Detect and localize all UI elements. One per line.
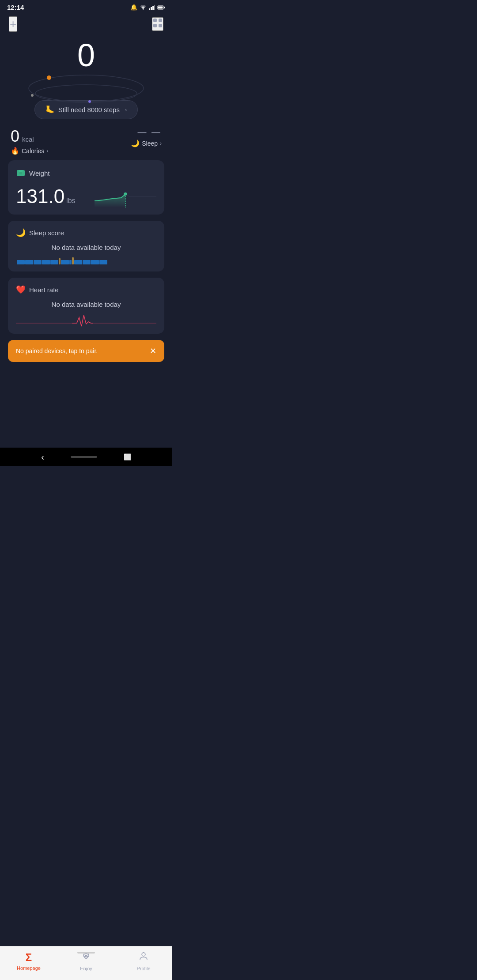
calories-metric: 0 kcal 🔥 Calories › xyxy=(11,127,48,155)
calories-label-row[interactable]: 🔥 Calories › xyxy=(11,147,48,155)
android-nav-bar: ‹ ⬜ xyxy=(0,448,172,466)
svg-rect-10 xyxy=(153,24,157,27)
weight-value-container: 131.0 lbs xyxy=(16,185,76,207)
grid-button[interactable] xyxy=(152,17,163,31)
steps-pill-text: Still need 8000 steps xyxy=(58,106,120,113)
sleep-arrow: › xyxy=(160,140,162,147)
heart-chart-svg xyxy=(16,311,156,328)
sleep-bar-chart xyxy=(16,256,156,264)
heart-icon: ❤️ xyxy=(16,285,26,294)
sleep-label-row[interactable]: 🌙 Sleep › xyxy=(131,139,162,147)
weight-icon xyxy=(16,167,26,179)
wifi-icon xyxy=(140,5,147,10)
sleep-score-card[interactable]: 🌙 Sleep score No data available today xyxy=(8,221,164,271)
svg-rect-3 xyxy=(152,6,154,10)
svg-rect-4 xyxy=(154,5,155,10)
sleep-score-header: 🌙 Sleep score xyxy=(16,228,156,237)
steps-arc xyxy=(24,71,148,104)
svg-rect-2 xyxy=(151,7,152,10)
sleep-score-title: Sleep score xyxy=(29,229,64,237)
steps-count: 0 xyxy=(77,38,95,73)
metrics-row: 0 kcal 🔥 Calories › — — 🌙 Sleep › xyxy=(0,119,172,160)
svg-rect-19 xyxy=(17,171,25,171)
steps-footprint-icon: 🦶 xyxy=(45,105,55,114)
weight-unit: lbs xyxy=(66,197,75,205)
notification-icon: 🔔 xyxy=(130,4,137,11)
top-action-bar: + xyxy=(0,13,172,34)
fire-icon: 🔥 xyxy=(11,147,19,155)
svg-point-13 xyxy=(35,85,137,102)
weight-chart xyxy=(95,185,156,207)
signal-icon xyxy=(149,5,155,10)
svg-rect-6 xyxy=(164,7,165,8)
back-button[interactable]: ‹ xyxy=(41,452,44,462)
svg-point-16 xyxy=(88,100,91,103)
arc-svg xyxy=(24,71,148,104)
status-bar: 12:14 🔔 xyxy=(0,0,172,13)
weight-card-header: Weight xyxy=(16,167,156,179)
sleep-icon-top: 🌙 xyxy=(131,139,140,147)
svg-rect-20 xyxy=(19,172,22,174)
heart-rate-header: ❤️ Heart rate xyxy=(16,285,156,294)
weight-value: 131.0 xyxy=(16,185,64,207)
weight-card-title: Weight xyxy=(29,170,49,177)
weight-card[interactable]: Weight 131.0 lbs xyxy=(8,160,164,215)
status-time: 12:14 xyxy=(7,4,24,11)
calories-unit: kcal xyxy=(22,136,34,143)
sleep-no-data: No data available today xyxy=(16,244,156,251)
svg-point-15 xyxy=(31,94,34,97)
home-indicator[interactable] xyxy=(71,456,97,458)
steps-pill-arrow: › xyxy=(125,106,127,113)
svg-rect-8 xyxy=(153,19,157,22)
steps-section: 0 🦶 Still need 8000 steps › xyxy=(0,34,172,119)
svg-rect-11 xyxy=(159,24,162,27)
add-button[interactable]: + xyxy=(9,16,17,32)
sleep-score-icon: 🌙 xyxy=(16,228,26,237)
status-icons: 🔔 xyxy=(130,4,165,11)
sleep-dashes: — — xyxy=(137,127,162,137)
calories-label: Calories xyxy=(22,147,44,155)
calories-value: 0 xyxy=(11,127,19,146)
sleep-label: Sleep xyxy=(142,140,158,147)
pair-banner[interactable]: No paired devices, tap to pair. ✕ xyxy=(8,340,164,362)
svg-rect-1 xyxy=(149,8,150,10)
battery-icon xyxy=(157,5,165,10)
pair-banner-text: No paired devices, tap to pair. xyxy=(16,347,98,354)
heart-rate-card[interactable]: ❤️ Heart rate No data available today xyxy=(8,278,164,334)
heart-chart-area xyxy=(16,311,156,328)
svg-point-0 xyxy=(143,9,144,10)
svg-rect-7 xyxy=(158,6,163,8)
pair-banner-close[interactable]: ✕ xyxy=(150,346,156,356)
svg-point-14 xyxy=(47,75,51,80)
recents-button[interactable]: ⬜ xyxy=(124,453,131,460)
svg-rect-9 xyxy=(159,19,162,22)
calories-arrow: › xyxy=(46,148,48,154)
heart-no-data: No data available today xyxy=(16,301,156,308)
sleep-metric: — — 🌙 Sleep › xyxy=(131,127,162,147)
heart-rate-title: Heart rate xyxy=(29,286,59,294)
